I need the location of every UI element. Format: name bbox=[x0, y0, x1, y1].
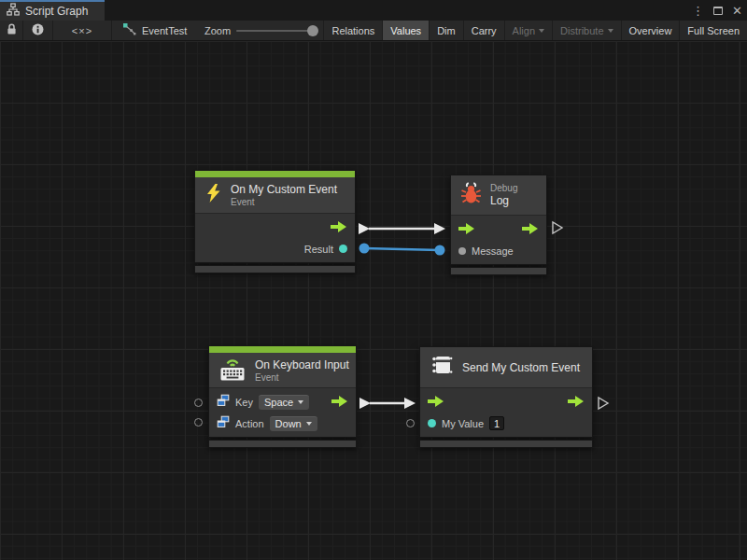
key-dropdown[interactable]: Space bbox=[259, 395, 309, 410]
tab-bar: Script Graph ⋮ ✕ bbox=[0, 0, 747, 21]
graph-canvas[interactable] bbox=[0, 41, 747, 560]
node-title: Send My Custom Event bbox=[462, 361, 580, 374]
node-category: Debug bbox=[490, 183, 517, 193]
flow-input-port[interactable] bbox=[458, 221, 475, 238]
keyboard-icon bbox=[218, 356, 247, 385]
dim-button[interactable]: Dim bbox=[429, 21, 463, 40]
node-subtitle: Event bbox=[255, 372, 349, 383]
info-icon bbox=[32, 22, 44, 39]
chevron-down-icon bbox=[298, 400, 303, 404]
node-title: Log bbox=[490, 194, 517, 207]
fullscreen-button[interactable]: Full Screen bbox=[679, 21, 747, 40]
graph-hierarchy-icon bbox=[7, 3, 20, 20]
bug-icon bbox=[460, 182, 482, 208]
flow-input-port[interactable] bbox=[428, 394, 444, 411]
flow-output-port[interactable] bbox=[568, 394, 585, 411]
result-port-label: Result bbox=[304, 244, 333, 255]
node-footer bbox=[450, 267, 547, 275]
lock-icon bbox=[6, 22, 18, 39]
message-port-label: Message bbox=[472, 245, 514, 257]
graph-icon bbox=[122, 22, 136, 39]
node-footer bbox=[194, 265, 356, 273]
window-close-icon[interactable]: ✕ bbox=[732, 5, 742, 17]
keycode-type-icon bbox=[217, 394, 230, 411]
info-button[interactable] bbox=[23, 21, 53, 40]
chevron-down-icon bbox=[608, 29, 613, 33]
key-external-port[interactable] bbox=[194, 399, 203, 407]
node-title: On Keyboard Input bbox=[255, 358, 349, 371]
node-on-keyboard-input[interactable]: On Keyboard Input Event Key Space bbox=[208, 345, 357, 448]
zoom-slider-knob[interactable] bbox=[307, 25, 318, 36]
distribute-button[interactable]: Distribute bbox=[552, 21, 620, 40]
node-on-my-custom-event[interactable]: On My Custom Event Event Result bbox=[194, 170, 356, 273]
flow-output-port[interactable] bbox=[522, 221, 539, 238]
code-icon: <×> bbox=[72, 25, 92, 36]
zoom-slider-track[interactable] bbox=[236, 30, 316, 32]
action-dropdown[interactable]: Down bbox=[270, 416, 317, 431]
window-maximize-icon[interactable] bbox=[713, 7, 723, 15]
graph-breadcrumb[interactable]: EventTest bbox=[122, 21, 187, 40]
node-footer bbox=[419, 440, 593, 448]
toolbar: <×> EventTest Zoom 1x Relations Values D… bbox=[0, 21, 747, 41]
code-view-button[interactable]: <×> bbox=[53, 21, 112, 40]
chevron-down-icon bbox=[306, 422, 312, 426]
overview-button[interactable]: Overview bbox=[621, 21, 680, 40]
key-port-label: Key bbox=[235, 397, 253, 408]
event-accent-bar bbox=[195, 171, 355, 177]
my-value-external-port[interactable] bbox=[406, 419, 415, 427]
lock-button[interactable] bbox=[0, 21, 23, 40]
zoom-label: Zoom bbox=[204, 25, 231, 36]
tab-script-graph[interactable]: Script Graph bbox=[0, 0, 105, 21]
node-send-my-custom-event[interactable]: Send My Custom Event My Value 1 bbox=[419, 346, 593, 448]
window-menu-icon[interactable]: ⋮ bbox=[692, 5, 704, 17]
my-value-label: My Value bbox=[442, 418, 484, 429]
node-title: On My Custom Event bbox=[231, 183, 337, 196]
action-port-label: Action bbox=[235, 418, 264, 429]
tab-label: Script Graph bbox=[25, 5, 88, 18]
align-button[interactable]: Align bbox=[504, 21, 552, 40]
my-value-input[interactable]: 1 bbox=[489, 416, 504, 430]
event-accent-bar bbox=[209, 346, 356, 353]
graph-name: EventTest bbox=[142, 25, 187, 36]
flow-output-port[interactable] bbox=[331, 219, 347, 236]
action-external-port[interactable] bbox=[194, 418, 203, 427]
message-value-port[interactable] bbox=[458, 247, 466, 255]
values-button[interactable]: Values bbox=[382, 21, 429, 40]
custom-event-icon bbox=[430, 354, 454, 382]
relations-button[interactable]: Relations bbox=[323, 21, 382, 40]
result-value-port[interactable] bbox=[339, 245, 347, 253]
flow-output-port[interactable] bbox=[331, 394, 348, 411]
node-debug-log[interactable]: Debug Log Message bbox=[450, 175, 547, 275]
lightning-icon bbox=[204, 184, 222, 206]
node-subtitle: Event bbox=[231, 197, 337, 207]
chevron-down-icon bbox=[539, 29, 544, 33]
action-type-icon bbox=[217, 415, 230, 432]
carry-button[interactable]: Carry bbox=[463, 21, 504, 40]
my-value-port[interactable] bbox=[428, 419, 436, 427]
node-footer bbox=[208, 440, 357, 448]
